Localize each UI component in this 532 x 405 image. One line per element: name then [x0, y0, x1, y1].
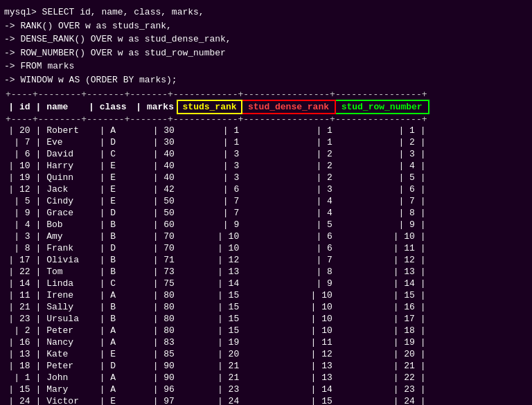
cell-studs-rank: | 10 — [177, 242, 242, 254]
cell-id: | 14 — [4, 278, 33, 289]
cell-row-number: | 3 | — [335, 148, 429, 160]
cell-dense-rank: | 7 — [242, 254, 335, 266]
results-table-container: +----+--------+-------+-------+---------… — [4, 89, 528, 405]
table-row: | 17 | Olivia | B | 71 | 12 | 7 | 12 | — [4, 254, 429, 266]
header-row: | id | name | class | marks studs_rank s… — [4, 100, 429, 114]
cell-id: | 2 — [4, 325, 33, 336]
cell-dense-rank: | 12 — [242, 348, 335, 360]
table-row: | 12 | Jack | E | 42 | 6 | 3 | 6 | — [4, 183, 429, 195]
prompt-line-1: mysql> SELECT id, name, class, marks, — [4, 6, 528, 19]
table-row: | 4 | Bob | B | 60 | 9 | 5 | 9 | — [4, 219, 429, 231]
cell-studs-rank: | 3 — [177, 148, 242, 160]
cell-row-number: | 20 | — [335, 348, 429, 360]
cell-name: | Bob — [33, 219, 85, 231]
cell-marks: | 96 — [131, 384, 177, 395]
cell-dense-rank: | 11 — [242, 336, 335, 348]
cell-marks: | 80 — [131, 301, 177, 313]
cell-id: | 9 — [4, 207, 33, 219]
cell-dense-rank: | 5 — [242, 219, 335, 231]
cell-dense-rank: | 10 — [242, 289, 335, 301]
cell-class: | A — [85, 289, 130, 301]
cell-marks: | 71 — [131, 254, 177, 266]
cell-dense-rank: | 13 — [242, 372, 335, 384]
prompt-line-5: -> FROM marks — [4, 60, 528, 73]
cell-row-number: | 16 | — [335, 301, 429, 313]
cell-studs-rank: | 15 — [177, 301, 242, 313]
cell-row-number: | 21 | — [335, 360, 429, 372]
cell-marks: | 30 — [131, 125, 177, 136]
cell-studs-rank: | 15 — [177, 313, 242, 325]
cell-row-number: | 15 | — [335, 289, 429, 301]
cell-id: | 17 — [4, 254, 33, 266]
cell-marks: | 90 — [131, 372, 177, 384]
table-row: | 14 | Linda | C | 75 | 14 | 9 | 14 | — [4, 278, 429, 289]
cell-dense-rank: | 15 — [242, 395, 335, 405]
cell-row-number: | 9 | — [335, 219, 429, 231]
cell-studs-rank: | 15 — [177, 289, 242, 301]
cell-row-number: | 10 | — [335, 231, 429, 242]
cell-class: | A — [85, 336, 130, 348]
cell-marks: | 30 — [131, 136, 177, 148]
cell-class: | A — [85, 384, 130, 395]
cell-row-number: | 2 | — [335, 136, 429, 148]
cell-dense-rank: | 4 — [242, 207, 335, 219]
cell-studs-rank: | 15 — [177, 325, 242, 336]
table-row: | 22 | Tom | B | 73 | 13 | 8 | 13 | — [4, 266, 429, 278]
cell-row-number: | 22 | — [335, 372, 429, 384]
cell-studs-rank: | 21 — [177, 372, 242, 384]
cell-row-number: | 1 | — [335, 125, 429, 136]
cell-id: | 12 — [4, 183, 33, 195]
cell-name: | Quinn — [33, 172, 85, 183]
cell-name: | Ursula — [33, 313, 85, 325]
cell-name: | Eve — [33, 136, 85, 148]
cell-studs-rank: | 24 — [177, 395, 242, 405]
cell-row-number: | 11 | — [335, 242, 429, 254]
cell-marks: | 40 — [131, 172, 177, 183]
cell-name: | John — [33, 372, 85, 384]
cell-id: | 18 — [4, 360, 33, 372]
cell-id: | 22 — [4, 266, 33, 278]
cell-studs-rank: | 21 — [177, 360, 242, 372]
cell-name: | Sally — [33, 301, 85, 313]
cell-dense-rank: | 1 — [242, 125, 335, 136]
cell-name: | Grace — [33, 207, 85, 219]
cell-studs-rank: | 1 — [177, 125, 242, 136]
table-row: | 11 | Irene | A | 80 | 15 | 10 | 15 | — [4, 289, 429, 301]
table-row: | 2 | Peter | A | 80 | 15 | 10 | 18 | — [4, 325, 429, 336]
cell-id: | 23 — [4, 313, 33, 325]
cell-id: | 1 — [4, 372, 33, 384]
cell-dense-rank: | 14 — [242, 384, 335, 395]
table-row: | 8 | Frank | D | 70 | 10 | 6 | 11 | — [4, 242, 429, 254]
cell-marks: | 80 — [131, 325, 177, 336]
prompt-line-6: -> WINDOW w AS (ORDER BY marks); — [4, 73, 528, 87]
cell-studs-rank: | 20 — [177, 348, 242, 360]
cell-class: | E — [85, 172, 130, 183]
table-row: | 18 | Peter | D | 90 | 21 | 13 | 21 | — [4, 360, 429, 372]
cell-id: | 21 — [4, 301, 33, 313]
cell-studs-rank: | 9 — [177, 219, 242, 231]
prompt-line-3: -> DENSE_RANK() OVER w as stud_dense_ran… — [4, 33, 528, 46]
cell-marks: | 97 — [131, 395, 177, 405]
table-row: | 16 | Nancy | A | 83 | 19 | 11 | 19 | — [4, 336, 429, 348]
cell-name: | Tom — [33, 266, 85, 278]
cell-name: | Frank — [33, 242, 85, 254]
cell-name: | Linda — [33, 278, 85, 289]
cell-class: | B — [85, 219, 130, 231]
cell-class: | E — [85, 348, 130, 360]
cell-marks: | 50 — [131, 207, 177, 219]
cell-class: | E — [85, 395, 130, 405]
table-row: | 1 | John | A | 90 | 21 | 13 | 22 | — [4, 372, 429, 384]
cell-name: | Peter — [33, 360, 85, 372]
cell-class: | B — [85, 231, 130, 242]
cell-marks: | 80 — [131, 313, 177, 325]
cell-marks: | 50 — [131, 195, 177, 207]
cell-row-number: | 14 | — [335, 278, 429, 289]
cell-name: | Cindy — [33, 195, 85, 207]
table-row: | 21 | Sally | B | 80 | 15 | 10 | 16 | — [4, 301, 429, 313]
cell-class: | B — [85, 301, 130, 313]
cell-studs-rank: | 13 — [177, 266, 242, 278]
cell-name: | Irene — [33, 289, 85, 301]
cell-marks: | 70 — [131, 231, 177, 242]
cell-class: | D — [85, 207, 130, 219]
cell-class: | A — [85, 325, 130, 336]
